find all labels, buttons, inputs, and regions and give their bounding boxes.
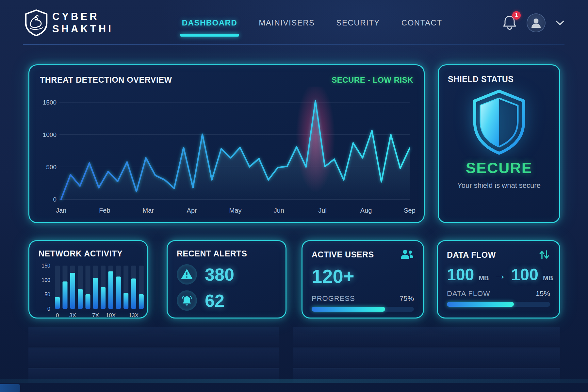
nav-item-security[interactable]: SECURITY — [335, 15, 380, 31]
svg-text:Mar: Mar — [143, 207, 154, 214]
users-progress-label: PROGRESS — [312, 294, 355, 303]
header-actions: 1 — [502, 13, 564, 32]
dataflow-progress-fill — [447, 302, 514, 307]
nav-item-contact[interactable]: CONTACT — [401, 15, 443, 31]
nav-label: DASHBOARD — [182, 18, 237, 27]
user-avatar[interactable] — [527, 13, 546, 32]
shield-status-subtitle: Your shield is wnat secure — [448, 181, 550, 190]
nav-label: MAINIVISERS — [259, 18, 315, 27]
active-tab-underline — [180, 34, 239, 37]
alarm-bell-icon — [181, 295, 193, 306]
person-icon — [530, 17, 542, 29]
users-progress-bar — [312, 307, 414, 312]
threat-line-chart: 050010001500JanFebMarAprMayJunJulAugSep — [40, 87, 416, 217]
users-progress-fill — [312, 307, 385, 312]
active-users-value: 120+ — [312, 265, 414, 287]
threat-panel-title: THREAT DETECTION OVERVIEW — [40, 75, 172, 85]
right-arrow-icon: → — [494, 268, 507, 282]
svg-text:Jul: Jul — [318, 207, 327, 214]
warning-alert-count: 380 — [205, 264, 234, 285]
warning-triangle-icon — [181, 269, 193, 280]
nav-item-mainivisers[interactable]: MAINIVISERS — [258, 15, 315, 31]
dataflow-card-title: DATA FLOW — [447, 250, 496, 260]
network-activity-card: NETWORK ACTIVITY 15010050003X7X10X13X — [28, 240, 148, 318]
svg-text:500: 500 — [46, 164, 57, 171]
flow-from-unit: MB — [479, 274, 489, 282]
svg-text:7X: 7X — [92, 312, 99, 318]
ghost-row — [293, 327, 560, 346]
nav-label: CONTACT — [401, 18, 442, 27]
dataflow-progress-bar — [447, 302, 550, 307]
warning-alert-row: 380 — [177, 264, 276, 285]
recent-alerts-card: RECENT ALERTS 380 62 — [167, 240, 286, 318]
svg-text:Jun: Jun — [274, 207, 284, 214]
svg-text:Aug: Aug — [360, 207, 372, 214]
flow-to-value: 100 — [511, 265, 538, 284]
dataflow-progress-percent: 15% — [536, 289, 550, 298]
svg-text:0: 0 — [53, 196, 57, 203]
shield-panel-title: SHIELD STATUS — [448, 74, 550, 84]
data-flow-values: 100 MB → 100 MB — [447, 265, 550, 284]
svg-text:Apr: Apr — [187, 207, 197, 214]
shield-icon — [469, 89, 530, 156]
svg-text:150: 150 — [41, 263, 50, 269]
bell-alert-row: 62 — [177, 290, 276, 311]
svg-text:3X: 3X — [69, 312, 76, 318]
chevron-down-icon — [555, 20, 564, 26]
active-users-card: ACTIVE USERS 120+ PROGRESS 75% — [302, 240, 424, 318]
account-menu-chevron[interactable] — [555, 20, 564, 26]
brand-line2: SHAKTHI — [52, 23, 113, 35]
transfer-arrows-icon — [538, 249, 550, 261]
users-progress-percent: 75% — [400, 294, 414, 303]
users-icon — [400, 249, 414, 260]
nav-item-dashboard[interactable]: DASHBOARD — [181, 15, 238, 31]
svg-text:100: 100 — [41, 277, 50, 283]
ghost-row — [28, 348, 279, 367]
notification-badge: 1 — [512, 11, 521, 20]
notification-bell-button[interactable]: 1 — [502, 14, 517, 31]
shield-arm-logo-icon — [24, 9, 49, 37]
dataflow-progress-label: DATA FLOW — [447, 289, 490, 298]
svg-text:50: 50 — [44, 292, 50, 297]
app-header: CYBER SHAKTHI DASHBOARD MAINIVISERS SECU… — [0, 0, 588, 46]
header-divider — [23, 44, 564, 45]
nav-label: SECURITY — [336, 18, 380, 27]
brand-line1: CYBER — [52, 10, 113, 23]
brand-logo[interactable]: CYBER SHAKTHI — [24, 9, 113, 37]
svg-text:Sep: Sep — [404, 207, 416, 214]
network-card-title: NETWORK ACTIVITY — [39, 249, 122, 258]
svg-text:May: May — [229, 207, 242, 214]
security-status-badge: SECURE - LOW RISK — [332, 75, 413, 85]
svg-text:1500: 1500 — [43, 99, 57, 106]
alarm-icon-circle — [177, 290, 197, 311]
data-flow-card: DATA FLOW 100 MB → 100 MB DATA FLOW 15% — [437, 240, 560, 318]
shield-status-panel: SHIELD STATUS SECURE Your shield is wnat… — [438, 64, 560, 223]
flow-from-value: 100 — [447, 265, 474, 284]
footer-chip — [0, 384, 20, 392]
warning-icon-circle — [177, 264, 197, 285]
svg-text:1000: 1000 — [43, 131, 57, 138]
svg-text:0: 0 — [56, 312, 59, 318]
svg-text:13X: 13X — [129, 312, 139, 318]
ghost-row — [28, 327, 279, 346]
flow-to-unit: MB — [543, 274, 553, 282]
brand-name: CYBER SHAKTHI — [52, 10, 113, 35]
footer-stripe — [0, 379, 588, 383]
alerts-card-title: RECENT ALERTS — [177, 249, 247, 258]
bell-alert-count: 62 — [205, 290, 224, 311]
main-nav: DASHBOARD MAINIVISERS SECURITY CONTACT — [181, 15, 443, 31]
ghost-row — [293, 348, 560, 367]
users-card-title: ACTIVE USERS — [312, 250, 374, 259]
svg-text:Jan: Jan — [56, 207, 66, 214]
shield-status-value: SECURE — [448, 159, 550, 177]
network-bar-chart: 15010050003X7X10X13X — [39, 261, 146, 320]
svg-text:0: 0 — [47, 306, 50, 312]
svg-text:Feb: Feb — [99, 207, 110, 214]
threat-detection-panel: THREAT DETECTION OVERVIEW SECURE - LOW R… — [28, 64, 425, 223]
svg-text:10X: 10X — [106, 312, 116, 318]
